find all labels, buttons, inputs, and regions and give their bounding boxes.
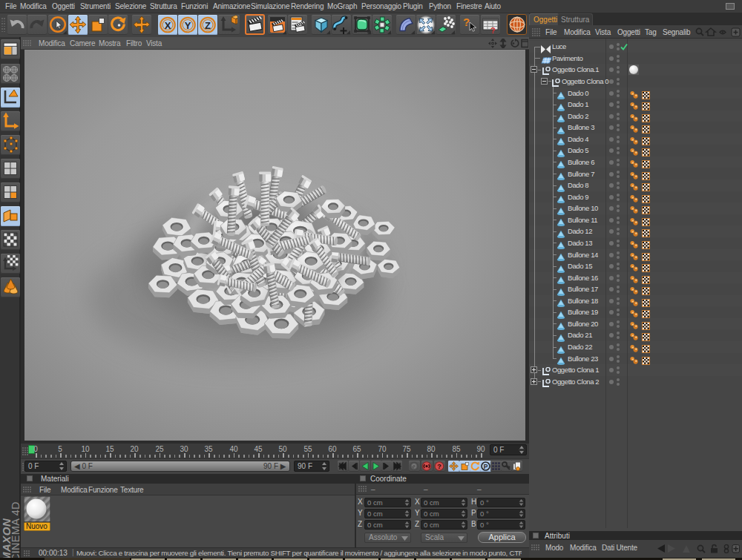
svg-text:X: X	[165, 20, 171, 31]
svg-text:P: P	[484, 463, 488, 470]
svg-text:Z: Z	[205, 20, 211, 31]
svg-text:?: ?	[437, 463, 441, 470]
svg-text:Y: Y	[185, 20, 191, 31]
svg-text:Nuovo: Nuovo	[26, 522, 47, 530]
svg-text:?: ?	[490, 26, 496, 35]
svg-text:?: ?	[463, 16, 470, 28]
